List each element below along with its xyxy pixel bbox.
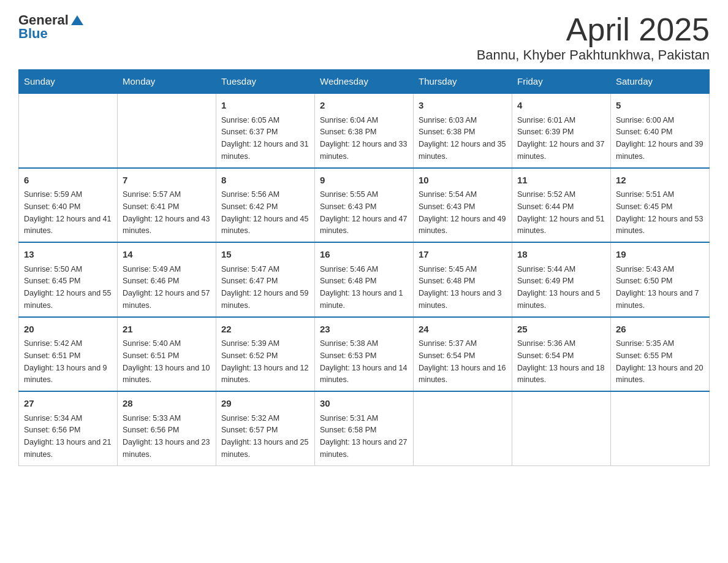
day-number: 2 <box>320 99 408 113</box>
day-detail: Sunrise: 5:33 AMSunset: 6:56 PMDaylight:… <box>123 414 210 459</box>
calendar-cell: 19Sunrise: 5:43 AMSunset: 6:50 PMDayligh… <box>611 242 710 317</box>
day-number: 6 <box>24 174 112 188</box>
logo: General Blue <box>18 12 83 42</box>
day-detail: Sunrise: 5:43 AMSunset: 6:50 PMDaylight:… <box>616 265 699 310</box>
day-number: 21 <box>123 323 211 337</box>
day-detail: Sunrise: 5:47 AMSunset: 6:47 PMDaylight:… <box>221 265 308 310</box>
calendar-cell: 24Sunrise: 5:37 AMSunset: 6:54 PMDayligh… <box>414 317 512 392</box>
calendar-cell <box>414 391 512 465</box>
calendar-cell: 21Sunrise: 5:40 AMSunset: 6:51 PMDayligh… <box>118 317 216 392</box>
day-number: 26 <box>616 323 704 337</box>
calendar-cell: 16Sunrise: 5:46 AMSunset: 6:48 PMDayligh… <box>315 242 414 317</box>
day-number: 18 <box>517 248 605 262</box>
day-number: 4 <box>517 99 605 113</box>
day-detail: Sunrise: 6:04 AMSunset: 6:38 PMDaylight:… <box>320 116 407 161</box>
calendar-week-row: 27Sunrise: 5:34 AMSunset: 6:56 PMDayligh… <box>19 391 710 465</box>
day-number: 20 <box>24 323 112 337</box>
day-detail: Sunrise: 5:39 AMSunset: 6:52 PMDaylight:… <box>221 339 308 384</box>
day-number: 16 <box>320 248 408 262</box>
calendar-cell: 4Sunrise: 6:01 AMSunset: 6:39 PMDaylight… <box>512 93 611 168</box>
day-detail: Sunrise: 5:40 AMSunset: 6:51 PMDaylight:… <box>123 339 210 384</box>
day-number: 14 <box>123 248 211 262</box>
day-number: 15 <box>221 248 309 262</box>
day-number: 9 <box>320 174 408 188</box>
day-detail: Sunrise: 5:35 AMSunset: 6:55 PMDaylight:… <box>616 339 703 384</box>
day-detail: Sunrise: 5:51 AMSunset: 6:45 PMDaylight:… <box>616 190 703 235</box>
day-detail: Sunrise: 5:34 AMSunset: 6:56 PMDaylight:… <box>24 414 111 459</box>
calendar-cell: 5Sunrise: 6:00 AMSunset: 6:40 PMDaylight… <box>611 93 710 168</box>
day-detail: Sunrise: 6:03 AMSunset: 6:38 PMDaylight:… <box>419 116 506 161</box>
day-number: 12 <box>616 174 704 188</box>
calendar-week-row: 6Sunrise: 5:59 AMSunset: 6:40 PMDaylight… <box>19 168 710 243</box>
calendar-cell: 1Sunrise: 6:05 AMSunset: 6:37 PMDaylight… <box>216 93 315 168</box>
calendar-cell: 17Sunrise: 5:45 AMSunset: 6:48 PMDayligh… <box>414 242 512 317</box>
header-tuesday: Tuesday <box>216 70 315 94</box>
calendar-cell: 3Sunrise: 6:03 AMSunset: 6:38 PMDaylight… <box>414 93 512 168</box>
page-header: General Blue April 2025 Bannu, Khyber Pa… <box>18 12 710 63</box>
day-detail: Sunrise: 5:37 AMSunset: 6:54 PMDaylight:… <box>419 339 506 384</box>
day-number: 23 <box>320 323 408 337</box>
logo-triangle-icon <box>71 15 83 25</box>
calendar-cell: 29Sunrise: 5:32 AMSunset: 6:57 PMDayligh… <box>216 391 315 465</box>
calendar-week-row: 1Sunrise: 6:05 AMSunset: 6:37 PMDaylight… <box>19 93 710 168</box>
calendar-cell: 27Sunrise: 5:34 AMSunset: 6:56 PMDayligh… <box>19 391 118 465</box>
day-detail: Sunrise: 5:45 AMSunset: 6:48 PMDaylight:… <box>419 265 502 310</box>
calendar-cell: 18Sunrise: 5:44 AMSunset: 6:49 PMDayligh… <box>512 242 611 317</box>
calendar-cell: 22Sunrise: 5:39 AMSunset: 6:52 PMDayligh… <box>216 317 315 392</box>
header-thursday: Thursday <box>414 70 512 94</box>
calendar-week-row: 13Sunrise: 5:50 AMSunset: 6:45 PMDayligh… <box>19 242 710 317</box>
calendar-cell <box>118 93 216 168</box>
day-detail: Sunrise: 5:50 AMSunset: 6:45 PMDaylight:… <box>24 265 111 310</box>
calendar-cell: 15Sunrise: 5:47 AMSunset: 6:47 PMDayligh… <box>216 242 315 317</box>
header-friday: Friday <box>512 70 611 94</box>
day-detail: Sunrise: 5:36 AMSunset: 6:54 PMDaylight:… <box>517 339 604 384</box>
day-number: 19 <box>616 248 704 262</box>
day-number: 30 <box>320 397 408 411</box>
calendar-table: SundayMondayTuesdayWednesdayThursdayFrid… <box>18 69 710 466</box>
day-detail: Sunrise: 5:42 AMSunset: 6:51 PMDaylight:… <box>24 339 107 384</box>
calendar-cell: 11Sunrise: 5:52 AMSunset: 6:44 PMDayligh… <box>512 168 611 243</box>
header-monday: Monday <box>118 70 216 94</box>
calendar-cell: 14Sunrise: 5:49 AMSunset: 6:46 PMDayligh… <box>118 242 216 317</box>
day-detail: Sunrise: 5:49 AMSunset: 6:46 PMDaylight:… <box>123 265 210 310</box>
calendar-week-row: 20Sunrise: 5:42 AMSunset: 6:51 PMDayligh… <box>19 317 710 392</box>
day-detail: Sunrise: 5:59 AMSunset: 6:40 PMDaylight:… <box>24 190 111 235</box>
day-detail: Sunrise: 5:44 AMSunset: 6:49 PMDaylight:… <box>517 265 601 310</box>
day-detail: Sunrise: 6:01 AMSunset: 6:39 PMDaylight:… <box>517 116 604 161</box>
day-detail: Sunrise: 5:31 AMSunset: 6:58 PMDaylight:… <box>320 414 407 459</box>
day-number: 1 <box>221 99 309 113</box>
day-detail: Sunrise: 5:56 AMSunset: 6:42 PMDaylight:… <box>221 190 308 235</box>
day-number: 29 <box>221 397 309 411</box>
day-number: 5 <box>616 99 704 113</box>
day-number: 10 <box>419 174 507 188</box>
day-number: 25 <box>517 323 605 337</box>
calendar-title: April 2025 <box>477 12 710 47</box>
day-number: 13 <box>24 248 112 262</box>
calendar-cell: 9Sunrise: 5:55 AMSunset: 6:43 PMDaylight… <box>315 168 414 243</box>
day-number: 24 <box>419 323 507 337</box>
day-number: 17 <box>419 248 507 262</box>
title-block: April 2025 Bannu, Khyber Pakhtunkhwa, Pa… <box>477 12 710 63</box>
header-wednesday: Wednesday <box>315 70 414 94</box>
day-detail: Sunrise: 6:05 AMSunset: 6:37 PMDaylight:… <box>221 116 308 161</box>
calendar-cell: 28Sunrise: 5:33 AMSunset: 6:56 PMDayligh… <box>118 391 216 465</box>
day-detail: Sunrise: 5:54 AMSunset: 6:43 PMDaylight:… <box>419 190 506 235</box>
day-detail: Sunrise: 6:00 AMSunset: 6:40 PMDaylight:… <box>616 116 703 161</box>
calendar-cell: 10Sunrise: 5:54 AMSunset: 6:43 PMDayligh… <box>414 168 512 243</box>
logo-text-blue: Blue <box>18 26 48 42</box>
calendar-cell <box>512 391 611 465</box>
calendar-cell: 8Sunrise: 5:56 AMSunset: 6:42 PMDaylight… <box>216 168 315 243</box>
day-number: 3 <box>419 99 507 113</box>
day-number: 28 <box>123 397 211 411</box>
day-number: 27 <box>24 397 112 411</box>
calendar-cell: 13Sunrise: 5:50 AMSunset: 6:45 PMDayligh… <box>19 242 118 317</box>
calendar-cell: 2Sunrise: 6:04 AMSunset: 6:38 PMDaylight… <box>315 93 414 168</box>
day-number: 7 <box>123 174 211 188</box>
day-number: 22 <box>221 323 309 337</box>
day-detail: Sunrise: 5:46 AMSunset: 6:48 PMDaylight:… <box>320 265 403 310</box>
header-sunday: Sunday <box>19 70 118 94</box>
calendar-cell: 26Sunrise: 5:35 AMSunset: 6:55 PMDayligh… <box>611 317 710 392</box>
day-number: 8 <box>221 174 309 188</box>
day-detail: Sunrise: 5:32 AMSunset: 6:57 PMDaylight:… <box>221 414 308 459</box>
calendar-cell <box>19 93 118 168</box>
